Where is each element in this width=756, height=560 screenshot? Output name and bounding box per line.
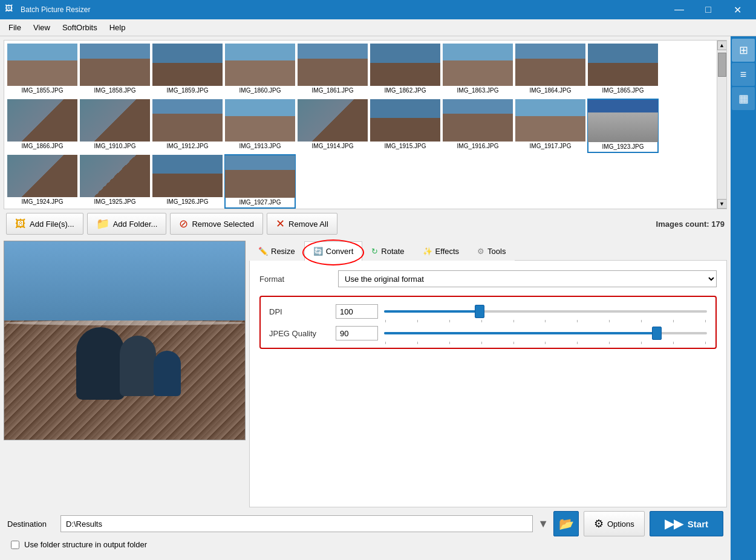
thumb-1860[interactable]: IMG_1860.JPG <box>224 43 296 97</box>
tab-effects-label: Effects <box>435 247 460 256</box>
thumb-1925[interactable]: IMG_1925.JPG <box>79 154 151 209</box>
jpeg-quality-row: JPEG Quality <box>269 326 707 340</box>
folder-structure-checkbox[interactable] <box>11 541 19 549</box>
thumb-1914[interactable]: IMG_1914.JPG <box>297 99 368 153</box>
browse-folder-button[interactable]: 📂 <box>553 511 579 536</box>
settings-content: Format Use the original format JPEG PNG … <box>249 261 727 507</box>
menu-softorbits[interactable]: SoftOrbits <box>56 21 103 34</box>
tab-resize[interactable]: ✏️ Resize <box>249 241 304 261</box>
tabs: ✏️ Resize 🔄 Convert ↻ Rotate ✨ Effec <box>249 241 727 261</box>
gear-icon: ⚙ <box>594 517 604 530</box>
thumb-1910[interactable]: IMG_1910.JPG <box>79 99 151 153</box>
add-folder-button[interactable]: 📁 Add Folder... <box>87 213 167 235</box>
list-view-button[interactable]: ≡ <box>732 63 755 86</box>
remove-selected-label: Remove Selected <box>192 220 254 229</box>
thumb-1912[interactable]: IMG_1912.JPG <box>152 99 223 153</box>
bottom-panel: ✏️ Resize 🔄 Convert ↻ Rotate ✨ Effec <box>4 241 727 507</box>
tab-rotate[interactable]: ↻ Rotate <box>362 241 413 261</box>
thumb-1915[interactable]: IMG_1915.JPG <box>370 99 441 153</box>
settings-panel: ✏️ Resize 🔄 Convert ↻ Rotate ✨ Effec <box>249 241 727 507</box>
thumb-1866[interactable]: IMG_1866.JPG <box>7 99 78 153</box>
remove-all-button[interactable]: ✕ Remove All <box>267 213 337 235</box>
close-button[interactable]: ✕ <box>723 0 751 19</box>
dpi-input[interactable] <box>336 304 378 319</box>
minimize-button[interactable]: — <box>665 0 693 19</box>
jpeg-slider-filled <box>384 332 659 334</box>
tab-tools[interactable]: ⚙ Tools <box>468 241 515 261</box>
window-controls: — □ ✕ <box>665 0 751 19</box>
destination-input[interactable] <box>60 515 533 532</box>
dropdown-arrow[interactable]: ▼ <box>538 518 549 530</box>
remove-all-label: Remove All <box>288 220 328 229</box>
thumb-1926[interactable]: IMG_1926.JPG <box>152 154 223 209</box>
app-icon: 🖼 <box>5 4 17 16</box>
menu-help[interactable]: Help <box>103 21 132 34</box>
images-count: Images count: 179 <box>656 220 725 229</box>
scroll-up-btn[interactable]: ▲ <box>717 41 727 50</box>
remove-all-icon: ✕ <box>276 217 285 230</box>
jpeg-slider-ticks <box>384 342 707 344</box>
destination-row: Destination ▼ 📂 ⚙ Options ▶▶ Start <box>7 511 723 536</box>
add-files-icon: 🖼 <box>15 218 26 230</box>
scroll-thumb[interactable] <box>718 53 726 77</box>
dpi-label: DPI <box>269 307 330 316</box>
toolbar: 🖼 Add File(s)... 📁 Add Folder... ⊘ Remov… <box>4 209 727 238</box>
grid-view-icon: ⊞ <box>739 44 748 57</box>
thumb-1923[interactable]: IMG_1923.JPG <box>587 99 659 153</box>
bottom-section: Destination ▼ 📂 ⚙ Options ▶▶ Start Use f… <box>4 507 727 556</box>
effects-icon: ✨ <box>423 247 432 256</box>
tab-convert-label: Convert <box>326 247 354 256</box>
thumb-1855[interactable]: IMG_1855.JPG <box>7 43 78 97</box>
image-grid-container: IMG_1855.JPG IMG_1858.JPG IMG_1859.JPG I… <box>4 40 727 209</box>
add-files-button[interactable]: 🖼 Add File(s)... <box>6 213 83 235</box>
thumb-1863[interactable]: IMG_1863.JPG <box>442 43 513 97</box>
jpeg-quality-label: JPEG Quality <box>269 329 330 338</box>
preview-container <box>4 241 246 440</box>
scroll-down-btn[interactable]: ▼ <box>717 199 727 209</box>
jpeg-slider-thumb[interactable] <box>652 327 662 340</box>
format-select[interactable]: Use the original format JPEG PNG BMP TIF… <box>338 270 717 287</box>
dpi-slider-container[interactable] <box>384 304 707 319</box>
tab-convert[interactable]: 🔄 Convert <box>304 241 363 261</box>
preview-image <box>4 241 245 440</box>
table-view-button[interactable]: ▦ <box>732 87 755 110</box>
format-label: Format <box>259 275 332 284</box>
thumb-1913[interactable]: IMG_1913.JPG <box>224 99 296 153</box>
remove-selected-icon: ⊘ <box>179 217 188 230</box>
dpi-slider-thumb[interactable] <box>475 305 484 318</box>
start-label: Start <box>688 519 708 529</box>
thumb-1916[interactable]: IMG_1916.JPG <box>442 99 513 153</box>
thumb-1917[interactable]: IMG_1917.JPG <box>515 99 586 153</box>
right-sidebar: ⊞ ≡ ▦ <box>731 36 756 560</box>
tab-resize-label: Resize <box>271 247 295 256</box>
tab-tools-label: Tools <box>487 247 506 256</box>
tab-effects[interactable]: ✨ Effects <box>414 241 469 261</box>
thumb-1859[interactable]: IMG_1859.JPG <box>152 43 223 97</box>
grid-view-button[interactable]: ⊞ <box>732 39 755 62</box>
jpeg-slider-container[interactable] <box>384 326 707 340</box>
thumb-1924[interactable]: IMG_1924.JPG <box>7 154 78 209</box>
options-button[interactable]: ⚙ Options <box>584 511 645 536</box>
scroll-track[interactable] <box>717 50 727 199</box>
thumb-1927[interactable]: IMG_1927.JPG <box>224 154 296 209</box>
title-bar: 🖼 Batch Picture Resizer — □ ✕ <box>0 0 756 19</box>
remove-selected-button[interactable]: ⊘ Remove Selected <box>170 213 263 235</box>
list-view-icon: ≡ <box>740 68 747 81</box>
menu-view[interactable]: View <box>27 21 56 34</box>
start-button[interactable]: ▶▶ Start <box>650 511 723 536</box>
image-grid-scroll[interactable]: IMG_1855.JPG IMG_1858.JPG IMG_1859.JPG I… <box>4 41 726 209</box>
thumb-1862[interactable]: IMG_1862.JPG <box>370 43 441 97</box>
dpi-slider-filled <box>384 310 481 313</box>
options-label: Options <box>607 519 634 529</box>
jpeg-quality-input[interactable] <box>336 326 378 340</box>
thumb-1864[interactable]: IMG_1864.JPG <box>515 43 586 97</box>
thumb-1858[interactable]: IMG_1858.JPG <box>79 43 151 97</box>
maximize-button[interactable]: □ <box>694 0 722 19</box>
dpi-row: DPI <box>269 304 707 319</box>
thumb-1865[interactable]: IMG_1865.JPG <box>587 43 659 97</box>
menu-bar: File View SoftOrbits Help <box>0 19 756 36</box>
main-container: IMG_1855.JPG IMG_1858.JPG IMG_1859.JPG I… <box>0 36 756 560</box>
vertical-scrollbar[interactable]: ▲ ▼ <box>717 41 726 209</box>
thumb-1861[interactable]: IMG_1861.JPG <box>297 43 368 97</box>
menu-file[interactable]: File <box>2 21 27 34</box>
